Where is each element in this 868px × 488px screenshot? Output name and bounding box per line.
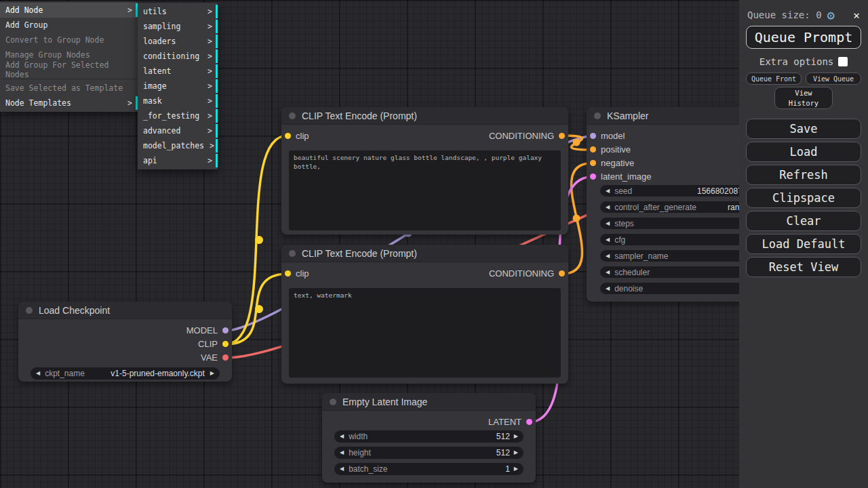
batch-size-widget[interactable]: ◀ batch_size 1 ▶ [334,463,524,475]
submenu-item-sampling[interactable]: sampling> [138,19,218,34]
clear-button[interactable]: Clear [746,211,861,231]
submenu-item-_for_testing[interactable]: _for_testing> [138,108,218,123]
menu-item-add-node[interactable]: Add Node > [0,3,138,18]
menu-item-node-templates[interactable]: Node Templates > [0,96,138,110]
decrement-arrow-icon[interactable]: ◀ [340,434,344,439]
load-default-button[interactable]: Load Default [746,234,861,254]
input-port-clip[interactable] [285,133,291,139]
menu-item-label: Add Group For Selected Nodes [5,60,132,79]
increment-arrow-icon[interactable]: ▶ [514,450,518,455]
collapse-dot-icon[interactable] [289,250,296,257]
queue-front-button[interactable]: Queue Front [746,73,802,85]
decrement-arrow-icon[interactable]: ◀ [606,221,610,226]
submenu-item-label: model_patches [143,141,204,150]
ckpt-name-widget[interactable]: ◀ ckpt_name v1-5-pruned-emaonly.ckpt ▶ [31,367,220,380]
submenu-accent-bar [216,64,218,78]
queue-prompt-button[interactable]: Queue Prompt [746,26,861,49]
decrement-arrow-icon[interactable]: ◀ [340,466,344,472]
node-clip-text-encode-positive[interactable]: CLIP Text Encode (Prompt) clip CONDITION… [281,107,568,235]
extra-options-checkbox[interactable] [838,57,848,66]
output-port-conditioning[interactable] [559,133,565,139]
submenu-arrow-icon: > [202,22,212,31]
output-port-latent[interactable] [526,419,532,425]
menu-item-convert-to-group-node[interactable]: Convert to Group Node [0,33,138,47]
node-title-bar[interactable]: CLIP Text Encode (Prompt) [281,107,568,125]
submenu-arrow-icon: > [202,81,212,91]
submenu-item-label: sampling [143,22,180,31]
submenu-item-conditioning[interactable]: conditioning> [138,49,218,64]
output-port-vae[interactable] [222,354,229,361]
decrement-arrow-icon[interactable]: ◀ [340,450,344,455]
input-port-latent-image[interactable] [590,174,596,180]
node-title-bar[interactable]: CLIP Text Encode (Prompt) [281,245,568,262]
reset-view-button[interactable]: Reset View [746,257,861,277]
collapse-dot-icon[interactable] [594,113,601,119]
output-row-latent: LATENT [322,415,536,428]
output-port-model[interactable] [222,327,229,333]
output-port-clip[interactable] [222,341,229,347]
submenu-item-image[interactable]: image> [138,79,218,94]
height-widget[interactable]: ◀ height 512 ▶ [334,447,524,459]
node-clip-text-encode-negative[interactable]: CLIP Text Encode (Prompt) clip CONDITION… [281,245,568,384]
menu-item-label: Save Selected as Template [5,83,123,93]
close-icon[interactable]: ✕ [853,9,860,22]
decrement-arrow-icon[interactable]: ◀ [606,205,610,210]
refresh-button[interactable]: Refresh [746,165,861,185]
submenu-item-model_patches[interactable]: model_patches> [138,138,218,153]
submenu-item-label: _for_testing [143,111,199,121]
collapse-dot-icon[interactable] [289,113,296,119]
decrement-arrow-icon[interactable]: ◀ [606,253,610,259]
submenu-item-loaders[interactable]: loaders> [138,34,218,49]
menu-item-label: Convert to Group Node [5,35,104,45]
submenu-arrow-icon: > [202,37,212,46]
menu-item-add-group-for-selected-nodes[interactable]: Add Group For Selected Nodes [0,62,138,77]
node-empty-latent-image[interactable]: Empty Latent Image LATENT ◀ width 512 ▶ … [322,393,536,483]
input-port-model[interactable] [590,133,596,139]
output-label: CONDITIONING [489,131,554,141]
node-title-bar[interactable]: Load Checkpoint [18,302,232,319]
widget-label: denoise [614,284,643,293]
view-queue-button[interactable]: View Queue [806,73,861,85]
submenu-item-advanced[interactable]: advanced> [138,123,218,138]
decrement-arrow-icon[interactable]: ◀ [606,237,610,243]
node-load-checkpoint[interactable]: Load Checkpoint MODEL CLIP VAE ◀ ckpt_na… [18,302,232,382]
menu-item-add-group[interactable]: Add Group [0,18,138,33]
increment-arrow-icon[interactable]: ▶ [210,371,214,376]
output-row-vae: VAE [18,350,232,364]
settings-gear-icon[interactable]: ⚙ [827,9,835,22]
input-port-negative[interactable] [590,160,596,166]
submenu-item-mask[interactable]: mask> [138,94,218,108]
view-history-button[interactable]: View History [774,87,833,109]
load-button[interactable]: Load [746,142,861,162]
add-node-submenu: utils>sampling>loaders>conditioning>late… [138,3,218,169]
save-button[interactable]: Save [746,119,861,139]
output-row-model: MODEL [18,323,232,337]
menu-item-label: Add Group [5,20,47,30]
decrement-arrow-icon[interactable]: ◀ [36,371,40,376]
output-port-conditioning[interactable] [559,270,565,277]
widget-value: 1566802087 [697,186,743,196]
submenu-item-latent[interactable]: latent> [138,64,218,79]
submenu-item-api[interactable]: api> [138,153,218,168]
width-widget[interactable]: ◀ width 512 ▶ [334,430,524,443]
submenu-item-utils[interactable]: utils> [138,4,218,19]
port-row: clip CONDITIONING [281,129,568,142]
input-port-positive[interactable] [590,146,596,152]
input-port-clip[interactable] [285,270,291,277]
node-title-bar[interactable]: Empty Latent Image [322,393,536,411]
increment-arrow-icon[interactable]: ▶ [514,434,518,439]
increment-arrow-icon[interactable]: ▶ [514,466,518,472]
widget-value: v1-5-pruned-emaonly.ckpt [111,369,205,378]
prompt-textarea[interactable]: text, watermark [289,288,561,378]
decrement-arrow-icon[interactable]: ◀ [606,286,610,291]
prompt-textarea[interactable]: beautiful scenery nature glass bottle la… [289,150,561,230]
clipspace-button[interactable]: Clipspace [746,188,861,208]
collapse-dot-icon[interactable] [26,307,33,314]
submenu-item-label: advanced [143,126,180,136]
decrement-arrow-icon[interactable]: ◀ [606,188,610,194]
menu-item-save-selected-as-template[interactable]: Save Selected as Template [0,81,138,96]
submenu-item-label: api [143,156,157,165]
collapse-dot-icon[interactable] [330,399,336,405]
node-title: KSampler [607,110,648,121]
decrement-arrow-icon[interactable]: ◀ [606,270,610,275]
